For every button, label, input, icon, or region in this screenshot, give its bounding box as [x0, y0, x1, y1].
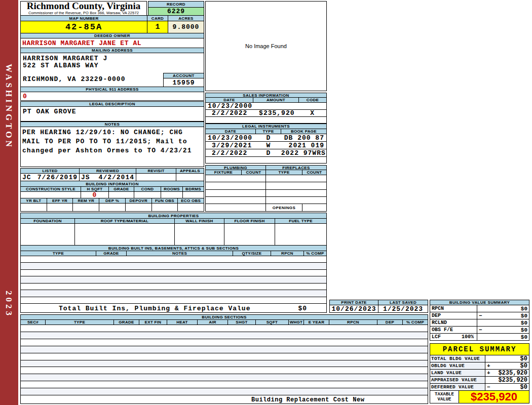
built-ins-total-label: Total Built Ins, Plumbing & Fireplace Va…	[59, 305, 250, 312]
empty-row	[21, 325, 428, 332]
legal-instrument-row-empty	[205, 156, 327, 164]
notes-line-1: PER HEARING 12/29/10: NO CHANGE; CHG	[22, 128, 202, 137]
bvs-label: RPCN	[430, 305, 477, 312]
empty-row	[206, 182, 265, 189]
bvs-label: DEP	[430, 312, 477, 319]
openings-value	[302, 204, 327, 212]
listed-cell: JC 7/26/2019	[20, 173, 80, 181]
bvs-row: OBS F/E − $0	[430, 326, 529, 334]
empty-row	[266, 175, 326, 182]
empty-row	[21, 332, 428, 339]
sales-date: 10/23/2000	[206, 102, 253, 110]
bvs-label: LCF	[432, 334, 441, 340]
effyr-value	[47, 203, 73, 212]
floor-finish-value	[224, 223, 275, 246]
empty-row	[21, 353, 428, 360]
notes-box: PER HEARING 12/29/10: NO CHANGE; CHG MAI…	[20, 127, 204, 167]
building-replacement-label: Building Replacement Cost New	[251, 396, 364, 403]
parcel-value: $0	[520, 362, 527, 370]
empty-row	[206, 175, 265, 182]
district-name: WASHINGTON	[4, 64, 14, 175]
sales-row: 2/2/2022 $235,920 X	[205, 109, 327, 117]
taxable-value: $235,920	[471, 390, 517, 403]
map-number-value: 42-85A	[20, 21, 147, 33]
li-type: D	[256, 134, 281, 142]
listed-date: 7/26/2019	[37, 174, 78, 181]
empty-row	[21, 290, 326, 297]
acres-value: 9.8000	[168, 21, 204, 33]
parcel-value: $235,920	[498, 370, 527, 377]
bvs-label: RCLND	[430, 319, 477, 327]
print-date-value: 10/26/2023	[329, 305, 378, 313]
parcel-value-cell: $0	[485, 355, 529, 362]
empty-row	[21, 360, 428, 368]
notes-line-3: changed per Ashton Ormes to TO 4/23/21	[22, 146, 202, 155]
building-properties-value-row	[20, 223, 327, 246]
deeded-owner-name: HARRISON MARGARET JANE ET AL	[21, 39, 141, 47]
parcel-op: −	[487, 384, 490, 390]
bvs-label: OBS F/E	[430, 326, 477, 334]
wall-finish-value	[175, 223, 224, 246]
mailing-line-3: RICHMOND, VA 23229-0000	[23, 75, 125, 83]
built-ins-total-row: Total Built Ins, Plumbing & Fireplace Va…	[20, 303, 327, 313]
building-sections-footer-row: Building Replacement Cost New	[20, 395, 428, 404]
empty-row	[21, 388, 428, 395]
taxable-label-cell: TAXABLE VALUE	[430, 390, 459, 403]
built-ins-total-value: $0	[298, 305, 307, 312]
bvs-value: $0	[521, 334, 527, 340]
review-value-row: JC 7/26/2019 JS 4/2/2014	[20, 173, 204, 181]
parcel-row: OBLDG VALUE + $0	[430, 362, 529, 370]
district-sidebar	[0, 0, 18, 405]
county-subtitle: Commissioner of the Revenue, PO Box 366,…	[21, 11, 146, 15]
parcel-label: DEFERRED VALUE	[430, 383, 485, 391]
card-value: 1	[147, 21, 168, 33]
last-saved-value: 1/25/2023	[378, 305, 428, 313]
sales-row-empty	[205, 116, 327, 124]
plumbing-rows	[205, 175, 266, 204]
deeded-owner-box: HARRISON MARGARET JANE ET AL	[20, 38, 204, 48]
bvs-row: DEP − $0	[430, 312, 529, 319]
parcel-value-cell: + $235,920	[485, 369, 529, 377]
legal-instrument-row: 3/29/2021 W 2021 019	[205, 141, 327, 149]
li-bookpage: DB 200 87	[281, 134, 326, 142]
bvs-value: $0	[521, 327, 527, 333]
building-sections-rows	[20, 325, 428, 395]
record-value: 6229	[148, 7, 204, 16]
building-info-value-row-2	[20, 203, 204, 212]
yrblt-value	[20, 203, 47, 212]
empty-row	[21, 381, 428, 388]
bvs-value-cell: $0	[477, 319, 529, 327]
empty-row	[21, 276, 326, 283]
legal-instrument-row: 10/23/2000 D DB 200 87	[205, 134, 327, 142]
openings-row: OPENINGS	[265, 204, 327, 212]
bvs-pct: 100%	[462, 334, 474, 340]
bvs-value-cell: $0	[477, 333, 529, 341]
li-type: W	[256, 142, 281, 149]
bvs-op: −	[479, 313, 482, 319]
county-title: Richmond County, Virginia	[21, 2, 146, 11]
bvs-row: RCLND $0	[430, 319, 529, 327]
li-date: 3/29/2021	[206, 142, 256, 149]
photo-placeholder: No Image Found	[205, 1, 327, 91]
bvs-row: LCF 100% $0	[430, 333, 529, 341]
built-ins-rows	[20, 256, 327, 304]
empty-row	[21, 284, 326, 290]
county-title-box: Richmond County, Virginia Commissioner o…	[20, 1, 147, 16]
empty-row	[21, 263, 326, 269]
empty-row	[21, 374, 428, 381]
legal-description-value: PT OAK GROVE	[23, 108, 77, 115]
sales-code: X	[299, 109, 327, 117]
cond-value	[134, 191, 161, 198]
parcel-summary-title-box: PARCEL SUMMARY	[430, 343, 529, 355]
empty-row	[266, 190, 326, 197]
legal-description-box: PT OAK GROVE	[20, 106, 204, 122]
empty-row	[21, 270, 326, 276]
account-value: 15959	[163, 78, 204, 87]
bvs-value-cell: $0	[477, 305, 529, 312]
bvs-row: RPCN $0	[430, 305, 529, 312]
dep-pct-value	[99, 203, 126, 212]
bvs-value: $0	[521, 306, 527, 312]
parcel-row: LAND VALUE + $235,920	[430, 369, 529, 377]
parcel-value-cell: − $0	[485, 383, 529, 391]
taxable-value-row: TAXABLE VALUE $235,920	[430, 390, 529, 403]
